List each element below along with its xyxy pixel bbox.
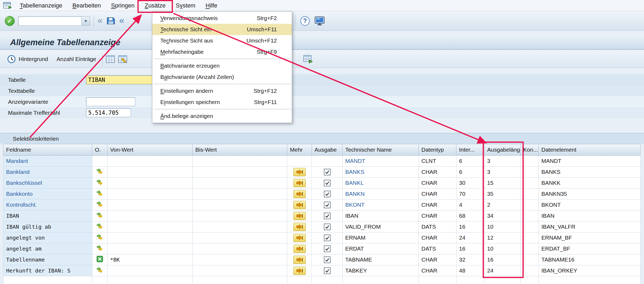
mehr-cell[interactable] — [287, 221, 312, 232]
mehr-cell[interactable] — [287, 232, 312, 243]
multiple-selection-button[interactable] — [293, 256, 306, 264]
multiple-selection-button[interactable] — [293, 179, 306, 187]
bis-wert-input-cell[interactable] — [193, 178, 287, 189]
enter-icon[interactable]: ✓ — [5, 16, 15, 26]
bis-wert-input-cell[interactable] — [193, 210, 287, 221]
mehr-cell[interactable] — [287, 243, 312, 254]
menu-item-batchvariante-anzahl-zeilen[interactable]: Batchvariante (Anzahl Zeilen) — [152, 71, 292, 83]
feldname-cell[interactable]: IBAN — [3, 210, 92, 221]
table-select-icon[interactable] — [118, 55, 127, 63]
feldname-cell[interactable]: Bankschlüssel — [3, 178, 92, 189]
von-wert-input-cell[interactable] — [107, 189, 193, 199]
ausgabe-checkbox[interactable] — [324, 213, 331, 219]
history-chevron-icon[interactable]: « — [119, 15, 124, 25]
bis-wert-input-cell[interactable] — [193, 167, 287, 178]
ausgabe-checkbox[interactable] — [324, 180, 331, 186]
von-wert-input-cell[interactable] — [107, 232, 193, 243]
multi-selection-icon[interactable] — [92, 221, 107, 232]
menu-item-einstellungen-speichern[interactable]: Einstellungen speichernStrg+F11 — [152, 97, 292, 108]
ausgabe-cell[interactable] — [312, 210, 343, 221]
multi-selection-icon[interactable] — [92, 243, 107, 254]
menu-item-zusaetze[interactable]: Zusätze — [141, 1, 170, 10]
layout-icon[interactable] — [303, 55, 313, 63]
table-contents-icon[interactable] — [106, 55, 115, 63]
feldname-cell[interactable]: Bankkonto — [3, 189, 92, 199]
multiple-selection-button[interactable] — [293, 267, 306, 275]
von-wert-input-cell[interactable]: *BK — [107, 254, 193, 265]
mehr-cell[interactable] — [287, 189, 312, 199]
ausgabe-checkbox[interactable] — [324, 245, 331, 252]
bis-wert-input-cell[interactable] — [193, 156, 287, 167]
feldname-cell[interactable]: angelegt von — [3, 232, 92, 243]
multiple-selection-button[interactable] — [293, 190, 306, 198]
new-session-monitor-icon[interactable] — [314, 16, 325, 26]
ausgabe-cell[interactable] — [312, 178, 343, 189]
help-icon[interactable]: ? — [300, 16, 310, 26]
multiple-selection-button[interactable] — [293, 234, 306, 242]
multi-selection-icon[interactable] — [92, 189, 107, 199]
multi-selection-icon[interactable] — [92, 210, 107, 221]
von-wert-input-cell[interactable] — [107, 199, 193, 210]
ausgabe-cell[interactable] — [312, 243, 343, 254]
feldname-cell[interactable]: Mandant — [3, 156, 92, 167]
menu-item-aend-belege-anzeigen[interactable]: Änd.belege anzeigen — [152, 110, 292, 122]
feldname-cell[interactable]: IBAN gültig ab — [3, 221, 92, 232]
menu-item-springen[interactable]: Springen — [107, 1, 139, 10]
bis-wert-input-cell[interactable] — [193, 243, 287, 254]
ausgabe-cell[interactable] — [312, 254, 343, 265]
multi-selection-icon[interactable] — [92, 199, 107, 210]
von-wert-input-cell[interactable] — [107, 243, 193, 254]
command-input[interactable] — [18, 17, 82, 25]
von-wert-input-cell[interactable] — [107, 156, 193, 167]
multiple-selection-button[interactable] — [293, 223, 306, 231]
ausgabe-cell[interactable] — [312, 232, 343, 243]
multi-selection-icon[interactable] — [92, 265, 107, 276]
feldname-cell[interactable]: Herkunft der IBAN: S — [3, 265, 92, 276]
ausgabe-checkbox[interactable] — [324, 202, 331, 208]
bis-wert-input-cell[interactable] — [193, 232, 287, 243]
multi-selection-icon[interactable] — [92, 232, 107, 243]
ausgabe-cell[interactable] — [312, 265, 343, 276]
feldname-cell[interactable]: Tabellenname — [3, 254, 92, 265]
ausgabe-cell[interactable] — [312, 189, 343, 199]
bis-wert-input-cell[interactable] — [193, 254, 287, 265]
von-wert-input-cell[interactable] — [107, 221, 193, 232]
ausgabe-cell[interactable] — [312, 221, 343, 232]
collapse-toolbar-icon[interactable]: « — [98, 15, 103, 25]
von-wert-input-cell[interactable] — [107, 178, 193, 189]
menu-item-technische-sicht-aus[interactable]: Technische Sicht ausUmsch+F12 — [152, 35, 292, 46]
multi-selection-icon[interactable] — [92, 178, 107, 189]
multi-selection-icon[interactable] — [92, 167, 107, 178]
feldname-cell[interactable]: Bankland — [3, 167, 92, 178]
ausgabe-checkbox[interactable] — [324, 169, 331, 175]
mehr-cell[interactable] — [287, 254, 312, 265]
ausgabe-checkbox[interactable] — [324, 191, 331, 197]
mehr-cell[interactable] — [287, 265, 312, 276]
menu-item-system[interactable]: System — [172, 1, 200, 10]
von-wert-input-cell[interactable] — [107, 210, 193, 221]
ausgabe-checkbox[interactable] — [324, 256, 331, 263]
mehr-cell[interactable] — [287, 167, 312, 178]
menu-item-verwendungsnachweis[interactable]: VerwendungsnachweisStrg+F2 — [152, 13, 292, 24]
feldname-cell[interactable]: angelegt am — [3, 243, 92, 254]
count-entries-button[interactable]: Anzahl Einträge — [54, 54, 99, 64]
command-dropdown-icon[interactable]: ▼ — [82, 17, 90, 25]
multi-selection-active-icon[interactable] — [92, 254, 107, 265]
von-wert-input-cell[interactable] — [107, 167, 193, 178]
multiple-selection-button[interactable] — [293, 212, 306, 220]
feldname-cell[interactable]: Kontrollschl. — [3, 199, 92, 210]
multiple-selection-button[interactable] — [293, 168, 306, 176]
ausgabe-checkbox[interactable] — [324, 235, 331, 241]
menu-item-batchvariante-erzeugen[interactable]: Batchvariante erzeugen — [152, 60, 292, 71]
menu-item-technische-sicht-ein[interactable]: Technische Sicht einUmsch+F11 — [152, 24, 292, 35]
bis-wert-input-cell[interactable] — [193, 265, 287, 276]
save-icon[interactable] — [106, 16, 116, 26]
multiple-selection-button[interactable] — [293, 245, 306, 253]
mehr-cell[interactable] — [287, 178, 312, 189]
max-trefferzahl-input[interactable] — [86, 108, 131, 117]
menu-item-hilfe[interactable]: Hilfe — [201, 1, 222, 10]
menu-item-bearbeiten[interactable]: Bearbeiten — [68, 1, 105, 10]
anzeigevariante-input[interactable] — [86, 97, 135, 106]
mehr-cell[interactable] — [287, 199, 312, 210]
ausgabe-cell[interactable] — [312, 167, 343, 178]
